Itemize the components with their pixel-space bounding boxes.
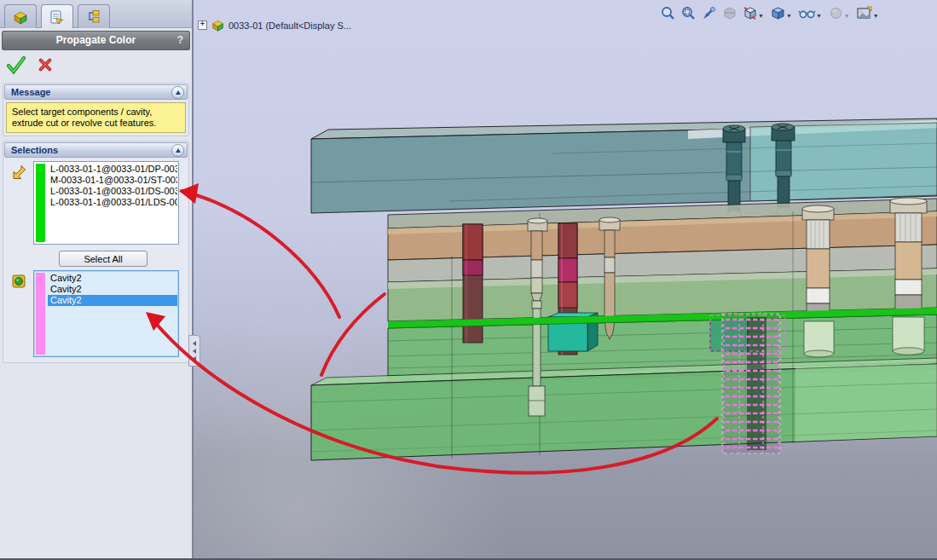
select-components-icon bbox=[10, 164, 27, 181]
section-view-icon[interactable] bbox=[720, 4, 738, 22]
dropdown-arrow-icon[interactable]: ▼ bbox=[873, 13, 879, 19]
green-color-bar bbox=[36, 164, 45, 242]
chevron-left-icon bbox=[193, 356, 196, 361]
collapse-message-button[interactable] bbox=[171, 86, 184, 99]
chevron-left-icon bbox=[193, 341, 196, 346]
mold-assembly-model[interactable] bbox=[194, 0, 937, 558]
dropdown-arrow-icon[interactable]: ▼ bbox=[786, 13, 792, 19]
zoom-to-area-icon[interactable] bbox=[680, 4, 697, 22]
property-manager-panel: Propagate Color ? Message Select target … bbox=[0, 0, 194, 558]
tree-root-label[interactable]: 0033-01 (Default<Display S... bbox=[228, 20, 351, 31]
propertymanager-icon bbox=[49, 9, 66, 26]
chevron-up-icon bbox=[176, 148, 181, 153]
chevron-left-icon bbox=[193, 349, 196, 354]
component-list-item[interactable]: M-0033-01-1@0033-01/ST-003 bbox=[48, 175, 177, 186]
top-clamp-plate[interactable] bbox=[311, 118, 937, 213]
panel-tab-strip bbox=[0, 0, 192, 28]
panel-title: Propagate Color bbox=[56, 34, 136, 46]
ok-button[interactable] bbox=[5, 55, 27, 75]
heads-up-toolbar: ▼ ▼ ▼ ▼ ▼ bbox=[659, 4, 882, 22]
message-box: Select target components / cavity, extru… bbox=[6, 102, 186, 133]
cavity-list-item[interactable]: Cavity2 bbox=[48, 273, 177, 284]
featuremanager-icon bbox=[12, 9, 29, 26]
apply-scene-icon[interactable]: ▼ bbox=[855, 4, 882, 22]
assembly-icon bbox=[211, 18, 225, 32]
dropdown-arrow-icon[interactable]: ▼ bbox=[844, 13, 850, 19]
cancel-button[interactable] bbox=[38, 57, 53, 72]
guide-bushing[interactable] bbox=[802, 205, 834, 317]
component-list-item[interactable]: L-0033-01-1@0033-01/DP-003 bbox=[48, 164, 177, 175]
select-all-button[interactable]: Select All bbox=[59, 251, 147, 267]
support-pillar[interactable] bbox=[893, 317, 924, 355]
feature-tree-root[interactable]: + 0033-01 (Default<Display S... bbox=[198, 18, 351, 32]
zoom-to-fit-icon[interactable] bbox=[659, 4, 677, 22]
collapse-selections-button[interactable] bbox=[171, 144, 184, 157]
tab-featuremanager[interactable] bbox=[4, 4, 37, 28]
dropdown-arrow-icon[interactable]: ▼ bbox=[816, 13, 822, 19]
graphics-viewport[interactable]: + 0033-01 (Default<Display S... ▼ bbox=[194, 0, 937, 558]
cavity-feature-icon bbox=[10, 273, 27, 290]
message-header-label: Message bbox=[11, 87, 50, 97]
help-button[interactable]: ? bbox=[177, 32, 183, 49]
message-group: Message Select target components / cavit… bbox=[3, 83, 189, 136]
selections-group: Selections L-0033-01-1@0033-01/DP-003 M-… bbox=[3, 141, 189, 363]
solidworks-window: + 0033-01 (Default<Display S... ▼ bbox=[0, 0, 937, 560]
message-group-header[interactable]: Message bbox=[4, 84, 188, 100]
previous-view-icon[interactable] bbox=[700, 4, 718, 22]
panel-title-bar: Propagate Color ? bbox=[2, 31, 190, 50]
support-pillar[interactable] bbox=[804, 321, 834, 357]
tab-propertymanager[interactable] bbox=[41, 4, 73, 28]
tree-expander[interactable]: + bbox=[198, 20, 207, 30]
cavity-list-item[interactable]: Cavity2 bbox=[48, 284, 177, 295]
edit-appearance-icon[interactable]: ▼ bbox=[827, 4, 853, 22]
panel-splitter[interactable] bbox=[188, 335, 200, 367]
hide-show-items-icon[interactable]: ▼ bbox=[797, 4, 824, 22]
component-list-item[interactable]: L-0033-01-1@0033-01/DS-003 bbox=[48, 186, 177, 197]
panel-actions bbox=[0, 50, 192, 78]
cavities-listbox[interactable]: Cavity2 Cavity2 Cavity2 bbox=[33, 270, 179, 357]
selections-group-header[interactable]: Selections bbox=[4, 142, 188, 158]
tab-configurationmanager[interactable] bbox=[78, 4, 110, 28]
guide-bushing[interactable] bbox=[890, 198, 927, 310]
cavity-list-item-selected[interactable]: Cavity2 bbox=[48, 295, 177, 306]
selections-header-label: Selections bbox=[11, 145, 58, 155]
chevron-up-icon bbox=[176, 90, 181, 95]
display-style-icon[interactable]: ▼ bbox=[769, 4, 795, 22]
component-list-item[interactable]: L-0033-01-1@0033-01/LDS-003 bbox=[48, 197, 177, 208]
dropdown-arrow-icon[interactable]: ▼ bbox=[758, 13, 764, 19]
configurationmanager-icon bbox=[85, 9, 102, 26]
pink-color-bar bbox=[36, 273, 45, 355]
view-orientation-icon[interactable]: ▼ bbox=[741, 4, 766, 22]
components-listbox[interactable]: L-0033-01-1@0033-01/DP-003 M-0033-01-1@0… bbox=[33, 161, 179, 245]
